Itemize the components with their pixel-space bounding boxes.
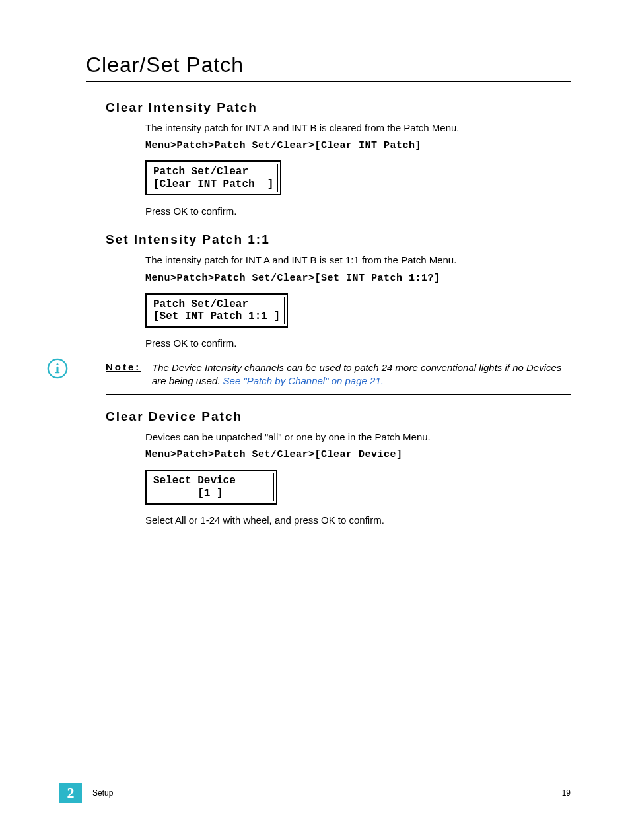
menu-path: Menu>Patch>Patch Set/Clear>[Set INT Patc… (145, 273, 571, 284)
heading-clear-device: Clear Device Patch (106, 409, 571, 424)
page: Clear/Set Patch Clear Intensity Patch Th… (0, 0, 630, 840)
lcd-line: [Clear INT Patch ] (153, 178, 273, 190)
title-rule (86, 81, 571, 82)
confirm-text: Press OK to confirm. (145, 205, 571, 218)
chapter-label: Setup (92, 788, 113, 798)
body-text: The intensity patch for INT A and INT B … (145, 254, 571, 267)
svg-point-1 (56, 363, 58, 365)
lcd-line: [1 ] (153, 487, 223, 499)
note-link[interactable]: See "Patch by Channel" on page 21. (223, 375, 384, 386)
menu-path: Menu>Patch>Patch Set/Clear>[Clear Device… (145, 449, 571, 460)
confirm-text: Select All or 1-24 with wheel, and press… (145, 514, 571, 527)
body-text: The intensity patch for INT A and INT B … (145, 122, 571, 135)
body-text: Devices can be unpatched "all" or one by… (145, 431, 571, 444)
info-icon (46, 357, 69, 382)
note-rule (106, 394, 571, 395)
lcd-line: Select Device (153, 475, 236, 487)
confirm-text: Press OK to confirm. (145, 337, 571, 350)
lcd-display: Select Device [1 ] (145, 470, 571, 505)
page-footer: 2 Setup 19 (0, 783, 630, 803)
note-text: The Device Intensity channels can be use… (152, 361, 571, 388)
heading-set-intensity: Set Intensity Patch 1:1 (106, 232, 571, 247)
lcd-line: Patch Set/Clear (153, 298, 248, 310)
svg-rect-2 (56, 366, 58, 372)
heading-clear-intensity: Clear Intensity Patch (106, 100, 571, 115)
menu-path: Menu>Patch>Patch Set/Clear>[Clear INT Pa… (145, 140, 571, 151)
chapter-number-badge: 2 (59, 783, 82, 803)
page-title: Clear/Set Patch (86, 53, 571, 77)
lcd-display: Patch Set/Clear [Set INT Patch 1:1 ] (145, 293, 571, 328)
note-label: Note: (106, 361, 143, 388)
note-block: Note: The Device Intensity channels can … (106, 361, 571, 396)
lcd-line: [Set INT Patch 1:1 ] (153, 310, 280, 322)
lcd-display: Patch Set/Clear [Clear INT Patch ] (145, 160, 571, 195)
page-number: 19 (562, 788, 571, 798)
svg-rect-3 (55, 372, 60, 373)
lcd-line: Patch Set/Clear (153, 166, 248, 178)
